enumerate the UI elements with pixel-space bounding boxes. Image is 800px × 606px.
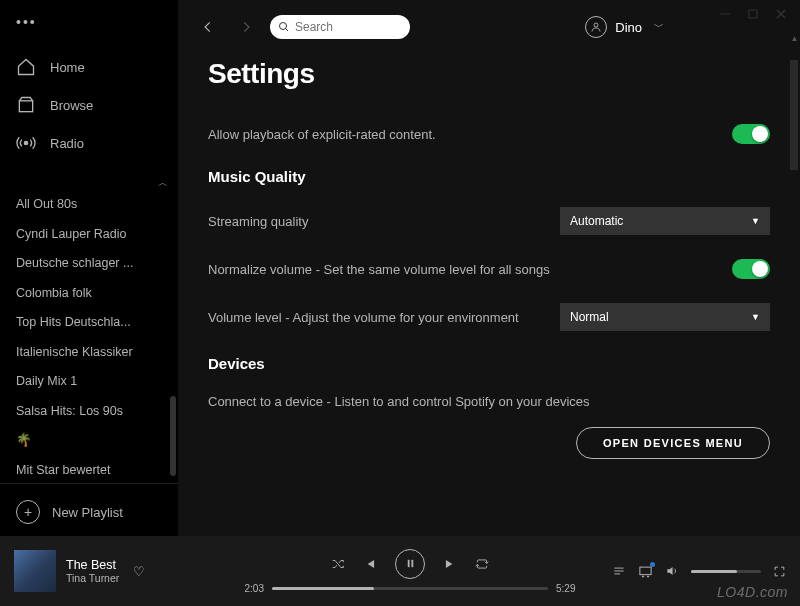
svg-point-8 [594, 23, 598, 27]
chevron-down-icon: ﹀ [654, 20, 664, 34]
nav-browse[interactable]: Browse [0, 86, 178, 124]
playlist-item[interactable]: Italienische Klassiker [0, 338, 178, 368]
pause-button[interactable] [395, 549, 425, 579]
volume-level-select[interactable]: Normal ▼ [560, 303, 770, 331]
new-playlist-button[interactable]: + New Playlist [0, 488, 178, 536]
sidebar-scrollbar[interactable] [170, 396, 176, 476]
user-avatar-icon [585, 16, 607, 38]
nav-label: Home [50, 60, 85, 75]
svg-point-6 [280, 23, 287, 30]
divider [0, 483, 178, 484]
playlist-item[interactable]: Colombia folk [0, 279, 178, 309]
browse-icon [16, 95, 36, 115]
queue-button[interactable] [612, 564, 626, 578]
album-art[interactable] [14, 550, 56, 592]
svg-rect-10 [411, 560, 413, 567]
scroll-up-arrow[interactable]: ▲ [790, 34, 799, 42]
user-name: Dino [615, 20, 642, 35]
chevron-down-icon: ▼ [751, 216, 760, 226]
open-devices-button[interactable]: OPEN DEVICES MENU [576, 427, 770, 459]
chevron-up-icon[interactable]: ︿ [158, 176, 168, 190]
nav-radio[interactable]: Radio [0, 124, 178, 162]
nav-forward-button[interactable] [232, 13, 260, 41]
svg-point-5 [24, 141, 27, 144]
svg-rect-9 [407, 560, 409, 567]
heart-icon[interactable]: ♡ [133, 564, 145, 579]
time-duration: 5:29 [556, 583, 586, 594]
track-title[interactable]: The Best [66, 558, 119, 572]
volume-bar[interactable] [691, 570, 761, 573]
previous-button[interactable] [363, 557, 377, 571]
maximize-button[interactable] [748, 9, 758, 19]
section-music-quality: Music Quality [208, 168, 770, 185]
svg-point-16 [647, 575, 648, 576]
playlist-item[interactable]: Deutsche schlager ... [0, 249, 178, 279]
main-scrollbar[interactable] [790, 60, 798, 170]
progress-bar[interactable] [272, 587, 548, 590]
streaming-quality-label: Streaming quality [208, 214, 308, 229]
nav-label: Browse [50, 98, 93, 113]
playlist-item[interactable]: Cyndi Lauper Radio [0, 220, 178, 250]
app-menu-dots[interactable]: ••• [0, 14, 178, 48]
connect-label: Connect to a device - Listen to and cont… [208, 394, 590, 409]
svg-rect-1 [749, 10, 757, 18]
search-icon [278, 21, 290, 33]
svg-line-7 [286, 29, 289, 32]
playlist-item[interactable]: All Out 80s [0, 190, 178, 220]
section-devices: Devices [208, 355, 770, 372]
normalize-toggle[interactable] [732, 259, 770, 279]
normalize-label: Normalize volume - Set the same volume l… [208, 262, 550, 277]
select-value: Automatic [570, 214, 623, 228]
playlist-item[interactable]: Salsa Hits: Los 90s [0, 397, 178, 427]
minimize-button[interactable] [720, 9, 730, 19]
shuffle-button[interactable] [331, 557, 345, 571]
nav-label: Radio [50, 136, 84, 151]
playlist-item[interactable]: Mit Star bewertet [0, 456, 178, 480]
plus-icon: + [16, 500, 40, 524]
search-input-container[interactable] [270, 15, 410, 39]
close-button[interactable] [776, 9, 786, 19]
volume-level-label: Volume level - Adjust the volume for you… [208, 310, 519, 325]
repeat-button[interactable] [475, 557, 489, 571]
svg-point-15 [642, 575, 643, 576]
track-artist[interactable]: Tina Turner [66, 572, 119, 584]
playlist-item[interactable]: Daily Mix 1 [0, 367, 178, 397]
explicit-toggle[interactable] [732, 124, 770, 144]
search-input[interactable] [295, 20, 402, 34]
svg-rect-14 [640, 567, 651, 575]
devices-button[interactable] [638, 564, 653, 579]
new-playlist-label: New Playlist [52, 505, 123, 520]
volume-icon[interactable] [665, 564, 679, 578]
nav-home[interactable]: Home [0, 48, 178, 86]
page-title: Settings [208, 58, 770, 90]
fullscreen-button[interactable] [773, 565, 786, 578]
notification-dot [650, 562, 655, 567]
radio-icon [16, 133, 36, 153]
select-value: Normal [570, 310, 609, 324]
home-icon [16, 57, 36, 77]
playlist-item[interactable]: Top Hits Deutschla... [0, 308, 178, 338]
explicit-label: Allow playback of explicit-rated content… [208, 127, 436, 142]
streaming-quality-select[interactable]: Automatic ▼ [560, 207, 770, 235]
chevron-down-icon: ▼ [751, 312, 760, 322]
svg-rect-4 [19, 101, 32, 112]
nav-back-button[interactable] [194, 13, 222, 41]
playlist-item[interactable]: 🌴 [0, 426, 178, 456]
time-elapsed: 2:03 [234, 583, 264, 594]
next-button[interactable] [443, 557, 457, 571]
